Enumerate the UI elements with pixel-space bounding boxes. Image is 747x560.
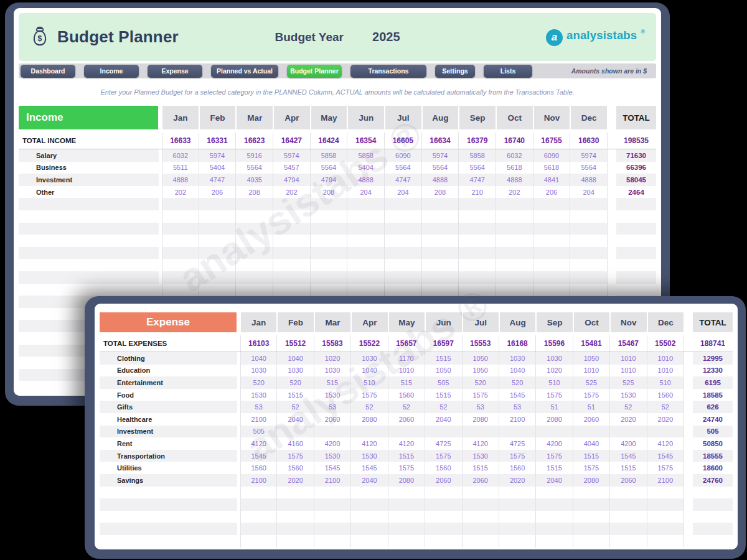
empty-total-cell[interactable] (616, 210, 656, 223)
empty-data-cell[interactable] (162, 210, 199, 223)
empty-data-cell[interactable] (311, 198, 348, 210)
data-cell[interactable]: 2020 (277, 474, 314, 487)
data-cell[interactable]: 1010 (388, 365, 425, 377)
data-cell[interactable]: 2040 (277, 413, 314, 426)
empty-total-cell[interactable] (693, 487, 733, 499)
data-cell[interactable]: 510 (351, 376, 388, 389)
empty-data-cell[interactable] (273, 259, 311, 271)
data-cell[interactable] (277, 426, 314, 438)
data-cell[interactable]: 4120 (647, 437, 684, 450)
empty-data-cell[interactable] (496, 259, 533, 271)
data-cell[interactable]: 2080 (573, 474, 610, 487)
data-cell[interactable]: 204 (385, 186, 422, 198)
empty-data-cell[interactable] (199, 284, 237, 296)
empty-data-cell[interactable] (273, 247, 311, 259)
row-total-cell[interactable]: 66396 (616, 162, 656, 174)
data-cell[interactable]: 1010 (610, 352, 647, 365)
data-cell[interactable]: 53 (240, 401, 277, 413)
data-cell[interactable]: 1020 (314, 352, 351, 365)
category-label[interactable]: Rent (100, 437, 237, 450)
empty-data-cell[interactable] (459, 259, 496, 271)
empty-data-cell[interactable] (533, 247, 571, 259)
empty-data-cell[interactable] (610, 487, 647, 499)
data-cell[interactable]: 1575 (536, 450, 573, 462)
data-cell[interactable]: 1010 (647, 352, 684, 365)
data-cell[interactable]: 2060 (573, 413, 610, 426)
empty-data-cell[interactable] (388, 487, 425, 499)
empty-data-cell[interactable] (162, 223, 199, 235)
empty-data-cell[interactable] (570, 284, 608, 296)
data-cell[interactable]: 52 (425, 401, 462, 413)
data-cell[interactable]: 5457 (273, 162, 311, 174)
data-cell[interactable]: 2100 (647, 474, 684, 487)
data-cell[interactable]: 52 (610, 401, 647, 413)
empty-data-cell[interactable] (385, 247, 422, 259)
data-cell[interactable]: 2040 (351, 474, 388, 487)
data-cell[interactable]: 4794 (311, 174, 348, 186)
total-cell[interactable]: 16103 (240, 335, 277, 352)
empty-data-cell[interactable] (199, 271, 237, 284)
empty-data-cell[interactable] (277, 535, 314, 548)
empty-data-cell[interactable] (533, 235, 571, 247)
category-label[interactable]: Savings (100, 474, 237, 487)
empty-category-cell[interactable] (19, 210, 159, 223)
data-cell[interactable]: 1030 (240, 365, 277, 377)
empty-data-cell[interactable] (463, 535, 499, 548)
data-cell[interactable]: 5916 (236, 149, 273, 162)
empty-data-cell[interactable] (273, 223, 311, 235)
empty-data-cell[interactable] (273, 210, 311, 223)
total-cell[interactable]: 16427 (273, 133, 311, 149)
empty-data-cell[interactable] (422, 198, 459, 210)
empty-data-cell[interactable] (199, 247, 237, 259)
empty-data-cell[interactable] (277, 523, 314, 535)
empty-data-cell[interactable] (388, 523, 425, 535)
data-cell[interactable]: 1030 (314, 365, 351, 377)
empty-total-cell[interactable] (616, 247, 656, 259)
row-total-cell[interactable]: 71630 (616, 149, 656, 162)
empty-category-cell[interactable] (19, 223, 159, 235)
empty-data-cell[interactable] (422, 235, 459, 247)
empty-data-cell[interactable] (277, 511, 314, 523)
total-cell[interactable]: 16634 (422, 133, 459, 149)
data-cell[interactable]: 1020 (536, 365, 573, 377)
empty-data-cell[interactable] (425, 523, 462, 535)
total-cell[interactable]: 15467 (610, 335, 647, 352)
data-cell[interactable]: 1545 (499, 389, 536, 401)
empty-data-cell[interactable] (311, 223, 348, 235)
grand-total-cell[interactable]: 188741 (693, 335, 733, 352)
empty-data-cell[interactable] (570, 235, 608, 247)
empty-data-cell[interactable] (459, 271, 496, 284)
data-cell[interactable]: 1545 (351, 462, 388, 474)
row-total-cell[interactable]: 18600 (693, 462, 733, 474)
row-total-cell[interactable]: 50850 (693, 437, 733, 450)
data-cell[interactable]: 4160 (277, 437, 314, 450)
data-cell[interactable]: 2060 (314, 413, 351, 426)
empty-data-cell[interactable] (422, 284, 459, 296)
data-cell[interactable]: 2080 (351, 413, 388, 426)
tab-settings[interactable]: Settings (435, 65, 475, 78)
data-cell[interactable]: 52 (351, 401, 388, 413)
data-cell[interactable]: 6032 (162, 149, 199, 162)
data-cell[interactable] (499, 426, 536, 438)
empty-data-cell[interactable] (385, 235, 422, 247)
empty-total-cell[interactable] (616, 271, 656, 284)
total-cell[interactable]: 15481 (573, 335, 610, 352)
empty-data-cell[interactable] (385, 210, 422, 223)
empty-data-cell[interactable] (463, 498, 499, 511)
data-cell[interactable]: 2080 (388, 474, 425, 487)
data-cell[interactable]: 4200 (536, 437, 573, 450)
empty-data-cell[interactable] (236, 235, 273, 247)
category-label[interactable]: Gifts (100, 401, 237, 413)
empty-data-cell[interactable] (277, 487, 314, 499)
empty-data-cell[interactable] (533, 271, 571, 284)
empty-data-cell[interactable] (199, 198, 237, 210)
empty-data-cell[interactable] (236, 271, 273, 284)
data-cell[interactable]: 1515 (388, 450, 425, 462)
category-label[interactable]: Investment (19, 174, 159, 186)
empty-total-cell[interactable] (616, 198, 656, 210)
empty-data-cell[interactable] (425, 487, 462, 499)
data-cell[interactable]: 2100 (499, 413, 536, 426)
total-cell[interactable]: 15583 (314, 335, 351, 352)
empty-data-cell[interactable] (314, 535, 351, 548)
empty-data-cell[interactable] (236, 223, 273, 235)
